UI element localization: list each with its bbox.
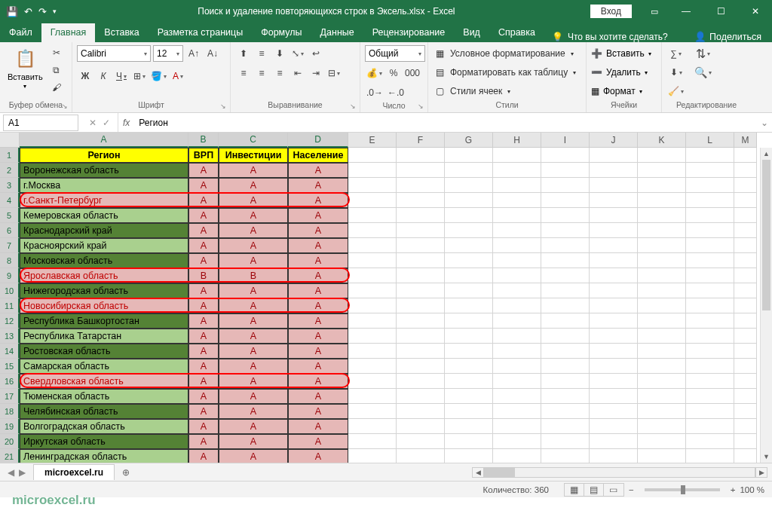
orientation-icon[interactable]: ⤡ xyxy=(290,45,306,62)
cell-empty[interactable] xyxy=(445,374,493,389)
cell-region[interactable]: Иркутская область xyxy=(20,434,188,449)
row-header[interactable]: 1 xyxy=(0,148,20,163)
cell-empty[interactable] xyxy=(686,298,734,313)
cell-empty[interactable] xyxy=(493,344,541,359)
cell-empty[interactable] xyxy=(348,268,397,283)
cell-empty[interactable] xyxy=(686,178,734,193)
increase-font-icon[interactable]: A↑ xyxy=(185,45,202,62)
cell-pop[interactable]: A xyxy=(288,344,348,359)
tab-insert[interactable]: Вставка xyxy=(95,23,148,42)
cell-pop[interactable]: A xyxy=(288,178,348,193)
cell-empty[interactable] xyxy=(397,283,445,298)
cell-invest[interactable]: A xyxy=(219,178,288,193)
font-color-button[interactable]: A xyxy=(170,68,186,84)
cell-pop[interactable]: A xyxy=(288,359,348,374)
italic-button[interactable]: К xyxy=(95,68,112,84)
cell-empty[interactable] xyxy=(445,193,493,208)
view-normal-icon[interactable]: ▦ xyxy=(565,484,584,496)
fx-icon[interactable]: fx xyxy=(118,118,134,128)
cell-styles-button[interactable]: ▢Стили ячеек▾ xyxy=(433,83,576,99)
cell-empty[interactable] xyxy=(348,389,397,404)
cell-region[interactable]: Красноярский край xyxy=(20,238,188,253)
cell-empty[interactable] xyxy=(397,268,445,283)
cell-empty[interactable] xyxy=(397,449,445,463)
cell-empty[interactable] xyxy=(541,329,590,344)
cell-region[interactable]: Самарская область xyxy=(20,359,188,374)
sheet-nav-next-icon[interactable]: ▶ xyxy=(19,467,26,478)
cell-empty[interactable] xyxy=(397,223,445,238)
cell-vrp[interactable]: A xyxy=(188,178,219,193)
cell-invest[interactable]: A xyxy=(219,238,288,253)
cell-empty[interactable] xyxy=(734,313,757,329)
cell-empty[interactable] xyxy=(541,313,590,329)
cell-empty[interactable] xyxy=(541,268,590,283)
cell-invest[interactable]: A xyxy=(219,223,288,238)
zoom-in-button[interactable]: + xyxy=(731,485,736,494)
cell-empty[interactable] xyxy=(541,374,590,389)
cell-vrp[interactable]: A xyxy=(188,419,219,434)
row-header[interactable]: 16 xyxy=(0,374,20,389)
tab-help[interactable]: Справка xyxy=(489,23,544,42)
cell-empty[interactable] xyxy=(686,223,734,238)
cell-empty[interactable] xyxy=(445,449,493,463)
cell-empty[interactable] xyxy=(445,389,493,404)
bold-button[interactable]: Ж xyxy=(77,68,93,84)
sort-filter-icon[interactable]: ⇅ xyxy=(693,45,713,62)
tab-view[interactable]: Вид xyxy=(454,23,489,42)
cell-empty[interactable] xyxy=(348,283,397,298)
cell-empty[interactable] xyxy=(638,389,686,404)
cell-empty[interactable] xyxy=(638,344,686,359)
cell-empty[interactable] xyxy=(638,434,686,449)
row-header[interactable]: 8 xyxy=(0,253,20,268)
cell-empty[interactable] xyxy=(590,193,638,208)
cell-empty[interactable] xyxy=(445,238,493,253)
cell-invest[interactable]: A xyxy=(219,298,288,313)
cell-empty[interactable] xyxy=(397,178,445,193)
cell-empty[interactable] xyxy=(493,434,541,449)
underline-button[interactable]: Ч xyxy=(113,68,130,84)
cell-pop[interactable]: A xyxy=(288,419,348,434)
cell-empty[interactable] xyxy=(686,193,734,208)
cell-empty[interactable] xyxy=(638,419,686,434)
cell-invest[interactable]: A xyxy=(219,253,288,268)
cell-pop[interactable]: A xyxy=(288,298,348,313)
col-header-E[interactable]: E xyxy=(348,133,397,148)
cell-invest[interactable]: A xyxy=(219,208,288,223)
cell-empty[interactable] xyxy=(445,223,493,238)
cell-empty[interactable] xyxy=(493,238,541,253)
cell-empty[interactable] xyxy=(397,419,445,434)
undo-icon[interactable]: ↶ xyxy=(24,6,32,17)
cell-pop[interactable]: A xyxy=(288,238,348,253)
cell-A1[interactable]: Регион xyxy=(20,148,188,163)
cell-invest[interactable]: A xyxy=(219,283,288,298)
row-header[interactable]: 13 xyxy=(0,329,20,344)
col-header-D[interactable]: D xyxy=(288,133,348,148)
col-header-H[interactable]: H xyxy=(493,133,541,148)
insert-cells-button[interactable]: ➕Вставить▾ xyxy=(591,45,651,62)
cell-empty[interactable] xyxy=(445,283,493,298)
cell-empty[interactable] xyxy=(493,298,541,313)
format-as-table-button[interactable]: ▤Форматировать как таблицу▾ xyxy=(433,64,576,81)
hscroll-thumb[interactable] xyxy=(485,468,515,477)
format-painter-icon[interactable]: 🖌 xyxy=(49,80,64,95)
cell-region[interactable]: Московская область xyxy=(20,253,188,268)
cell-empty[interactable] xyxy=(638,329,686,344)
cell-empty[interactable] xyxy=(445,298,493,313)
col-header-J[interactable]: J xyxy=(590,133,638,148)
tab-formulas[interactable]: Формулы xyxy=(252,23,311,42)
align-bottom-icon[interactable]: ⬇ xyxy=(271,45,288,62)
expand-formula-bar-icon[interactable]: ⌄ xyxy=(757,118,772,128)
align-left-icon[interactable]: ≡ xyxy=(235,65,252,81)
cell-region[interactable]: Воронежская область xyxy=(20,163,188,178)
cell-empty[interactable] xyxy=(686,163,734,178)
select-all-corner[interactable] xyxy=(0,133,20,148)
cell-empty[interactable] xyxy=(445,208,493,223)
cell-C1[interactable]: Инвестиции xyxy=(219,148,288,163)
cell-empty[interactable] xyxy=(493,193,541,208)
cell-empty[interactable] xyxy=(638,238,686,253)
cell-vrp[interactable]: A xyxy=(188,329,219,344)
cell-empty[interactable] xyxy=(590,419,638,434)
cell-empty[interactable] xyxy=(734,298,757,313)
accounting-format-icon[interactable]: 💰 xyxy=(365,65,384,81)
cell-empty[interactable] xyxy=(541,163,590,178)
